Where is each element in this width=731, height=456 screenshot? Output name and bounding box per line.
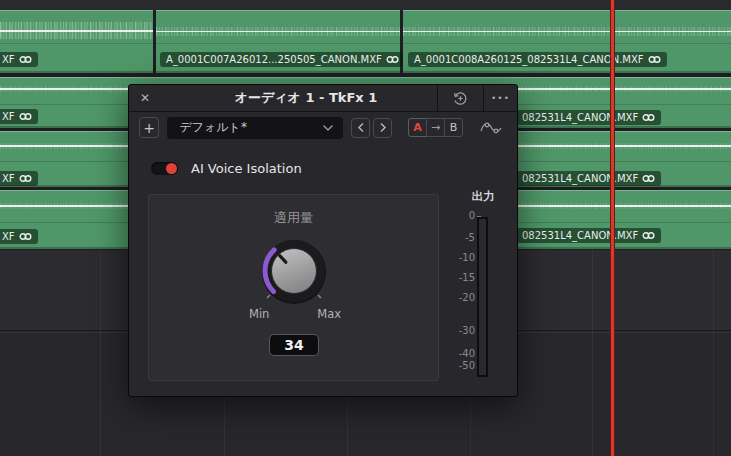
amount-value-input[interactable]: 34 — [269, 334, 319, 356]
plugin-enable-toggle[interactable] — [151, 162, 178, 175]
link-icon — [19, 55, 32, 64]
add-preset-button[interactable]: + — [139, 117, 159, 138]
clip-label: XF — [2, 229, 15, 244]
clip-label-badge: A_0001C008A260125_082531L4_CANON.MXF — [408, 52, 667, 67]
ellipsis-icon: ••• — [491, 93, 510, 103]
plus-icon: + — [143, 121, 155, 135]
link-icon — [642, 231, 655, 240]
clip-label-badge: XF — [0, 52, 38, 67]
plugin-name-label: AI Voice Isolation — [191, 161, 302, 176]
link-icon — [642, 113, 655, 122]
plugin-title: オーディオ 1 - TkFx 1 — [161, 85, 437, 111]
arrow-right-icon: → — [431, 121, 440, 134]
next-preset-button[interactable] — [373, 118, 392, 138]
plugin-titlebar[interactable]: ✕ オーディオ 1 - TkFx 1 ••• — [129, 85, 517, 112]
link-icon — [19, 174, 32, 183]
link-icon — [19, 112, 32, 121]
clip-label-badge: 082531L4_CANON.MXF — [516, 110, 661, 125]
waveform-bypass-icon — [479, 119, 503, 136]
clip-label-badge: 082531L4_CANON.MXF — [516, 228, 661, 243]
grid-line — [100, 250, 101, 456]
audio-track-1: XF A_0001C007A26012...250505_CANON.MXF A… — [0, 10, 731, 73]
clip-label-badge: A_0001C007A26012...250505_CANON.MXF — [160, 52, 405, 67]
clip-label: A_0001C008A260125_082531L4_CANON.MXF — [414, 52, 644, 67]
ab-compare-a-button[interactable]: A — [408, 118, 427, 137]
clip-label: A_0001C007A26012...250505_CANON.MXF — [166, 52, 382, 67]
amount-knob[interactable] — [244, 221, 344, 321]
clip-label: XF — [2, 171, 15, 186]
output-label: 出力 — [467, 189, 499, 204]
meter-tick-label: -30 — [449, 325, 475, 337]
plugin-window: ✕ オーディオ 1 - TkFx 1 ••• + デフォルト* — [128, 84, 518, 397]
toggle-knob — [166, 163, 177, 174]
audio-clip[interactable]: A_0001C008A260125_082531L4_CANON.MXF — [403, 10, 731, 73]
davinci-timeline-view: XF A_0001C007A26012...250505_CANON.MXF A… — [0, 0, 731, 456]
amount-value: 34 — [284, 337, 303, 353]
ab-a-label: A — [413, 121, 422, 134]
meter-tick-label: -50 — [449, 360, 475, 372]
grid-line — [713, 250, 714, 456]
bypass-plugin-button[interactable] — [479, 119, 503, 136]
clip-label-badge: XF — [0, 229, 38, 244]
ab-copy-button[interactable]: → — [426, 118, 445, 137]
clip-label: XF — [2, 109, 15, 124]
chevron-left-icon — [357, 122, 365, 133]
link-icon — [648, 55, 661, 64]
options-menu-button[interactable]: ••• — [484, 85, 517, 111]
timeline-top-gap — [0, 0, 731, 10]
grid-line — [592, 250, 593, 456]
meter-tick-label: -40 — [449, 348, 475, 360]
clip-label: 082531L4_CANON.MXF — [522, 110, 638, 125]
meter-tick-label: -20 — [449, 292, 475, 304]
audio-clip[interactable]: XF — [0, 10, 153, 73]
clip-label: 082531L4_CANON.MXF — [522, 171, 638, 186]
meter-tick-label: 0 — [449, 210, 475, 222]
clip-label: XF — [2, 52, 15, 67]
max-label: Max — [317, 307, 341, 321]
chevron-down-icon — [322, 124, 334, 132]
output-meter: 出力 0 -5 -10 -15 -20 -30 -40 -50 — [449, 187, 519, 387]
plugin-enable-row: AI Voice Isolation — [151, 158, 517, 178]
meter-tick-label: -10 — [449, 252, 475, 264]
min-label: Min — [249, 307, 269, 321]
clip-label: 082531L4_CANON.MXF — [522, 228, 638, 243]
amount-panel: 適用量 Min Max 34 — [148, 194, 439, 381]
knob-min-tick — [267, 295, 270, 298]
history-icon — [452, 90, 469, 107]
clip-label-badge: XF — [0, 109, 38, 124]
preset-dropdown[interactable]: デフォルト* — [167, 117, 343, 139]
preset-value: デフォルト* — [179, 119, 246, 136]
clip-label-badge: 082531L4_CANON.MXF — [516, 171, 661, 186]
playhead[interactable] — [611, 0, 614, 456]
close-button[interactable]: ✕ — [129, 85, 161, 111]
link-icon — [386, 55, 399, 64]
prev-preset-button[interactable] — [351, 118, 370, 138]
clip-label-badge: XF — [0, 171, 38, 186]
audio-clip[interactable]: A_0001C007A26012...250505_CANON.MXF — [156, 10, 400, 73]
meter-tick-label: -5 — [449, 232, 475, 244]
ab-b-label: B — [450, 121, 458, 134]
ab-compare-group: A → B — [408, 118, 463, 137]
chevron-right-icon — [379, 122, 387, 133]
meter-tick-label: -15 — [449, 272, 475, 284]
meter-bar — [477, 217, 488, 377]
close-icon: ✕ — [140, 91, 150, 105]
knob-max-tick — [318, 295, 321, 298]
link-icon — [642, 174, 655, 183]
minmax-labels: Min Max — [249, 307, 341, 321]
ab-compare-b-button[interactable]: B — [444, 118, 463, 137]
preset-toolbar: + デフォルト* A → B — [129, 112, 517, 143]
reset-history-button[interactable] — [438, 85, 483, 111]
link-icon — [19, 232, 32, 241]
